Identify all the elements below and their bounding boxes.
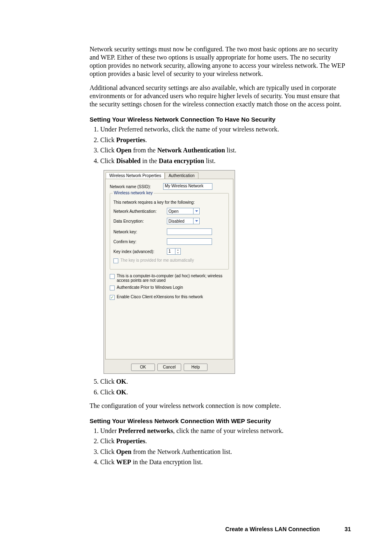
ssid-label: Network name (SSID): <box>110 184 163 189</box>
step-6: Click OK. <box>100 387 348 398</box>
wep-step-3: Click Open from the Network Authenticati… <box>100 447 348 457</box>
auth-label: Network Authentication: <box>113 209 167 214</box>
heading-no-security: Setting Your Wireless Network Connection… <box>90 116 348 123</box>
wireless-properties-dialog: Wireless Network Properties Authenticati… <box>104 170 235 374</box>
dialog-buttons: OK Cancel Help <box>104 362 235 373</box>
cisco-extensions-checkbox[interactable] <box>110 295 115 300</box>
step-2: Click Properties. <box>100 135 348 145</box>
wep-step-1: Under Preferred networks, click the name… <box>100 426 348 436</box>
chevron-down-icon <box>193 208 199 214</box>
wep-step-2: Click Properties. <box>100 436 348 447</box>
auto-key-label: The key is provided for me automatically <box>120 258 194 263</box>
step-3: Click Open from the Network Authenticati… <box>100 145 348 156</box>
encryption-value: Disabled <box>168 219 184 223</box>
wireless-key-group: Wireless network key This network requir… <box>110 193 229 269</box>
confirm-key-label: Confirm key: <box>113 240 167 244</box>
cancel-button[interactable]: Cancel <box>157 364 181 371</box>
group-legend: Wireless network key <box>113 191 154 195</box>
prior-login-checkbox[interactable] <box>110 286 115 290</box>
dialog-body: Network name (SSID): My Wireless Network… <box>105 179 233 359</box>
auth-value: Open <box>168 209 178 214</box>
page-footer: Create a Wireless LAN Connection 31 <box>225 526 351 532</box>
footer-page-number: 31 <box>344 526 351 532</box>
wep-step-4: Click WEP in the Data encryption list. <box>100 457 348 467</box>
adhoc-checkbox[interactable] <box>110 274 115 279</box>
tab-properties[interactable]: Wireless Network Properties <box>106 172 165 179</box>
key-index-value: 1 <box>167 249 175 254</box>
ok-button[interactable]: OK <box>131 364 155 371</box>
tab-authentication[interactable]: Authentication <box>165 172 198 179</box>
help-button[interactable]: Help <box>184 364 208 371</box>
step-5: Click OK. <box>100 376 348 387</box>
heading-wep: Setting Your Wireless Network Connection… <box>90 417 348 424</box>
intro-para-1: Network security settings must now be co… <box>90 45 348 78</box>
cisco-extensions-label: Enable Cisco Client eXtensions for this … <box>117 295 203 299</box>
network-key-label: Network key: <box>113 230 167 234</box>
steps-wep: Under Preferred networks, click the name… <box>90 426 348 467</box>
dialog-tabs: Wireless Network Properties Authenticati… <box>104 170 235 179</box>
prior-login-label: Authenticate Prior to Windows Login <box>117 285 183 290</box>
confirm-key-input[interactable] <box>167 238 212 245</box>
step-1: Under Preferred networks, click the name… <box>100 124 348 135</box>
footer-title: Create a Wireless LAN Connection <box>225 526 320 532</box>
steps-no-security: Under Preferred networks, click the name… <box>90 124 348 166</box>
requires-key-text: This network requires a key for the foll… <box>113 200 225 205</box>
step-4: Click Disabled in the Data encryption li… <box>100 156 348 166</box>
auth-combo[interactable]: Open <box>167 208 200 214</box>
encryption-label: Data Encryption: <box>113 219 167 223</box>
ssid-input[interactable]: My Wireless Network <box>163 183 212 190</box>
closing-para: The configuration of your wireless netwo… <box>90 402 348 410</box>
steps-no-security-cont: Click OK. Click OK. <box>90 376 348 397</box>
auto-key-checkbox[interactable] <box>113 258 118 263</box>
adhoc-label: This is a computer-to-computer (ad hoc) … <box>117 274 229 283</box>
network-key-input[interactable] <box>167 228 212 235</box>
key-index-spinner[interactable]: 1 ▲▼ <box>167 248 181 255</box>
spinner-arrows-icon: ▲▼ <box>175 249 180 254</box>
intro-para-2: Additional advanced security settings ar… <box>90 84 348 108</box>
chevron-down-icon <box>193 218 199 224</box>
key-index-label: Key index (advanced): <box>113 249 167 254</box>
encryption-combo[interactable]: Disabled <box>167 218 200 224</box>
